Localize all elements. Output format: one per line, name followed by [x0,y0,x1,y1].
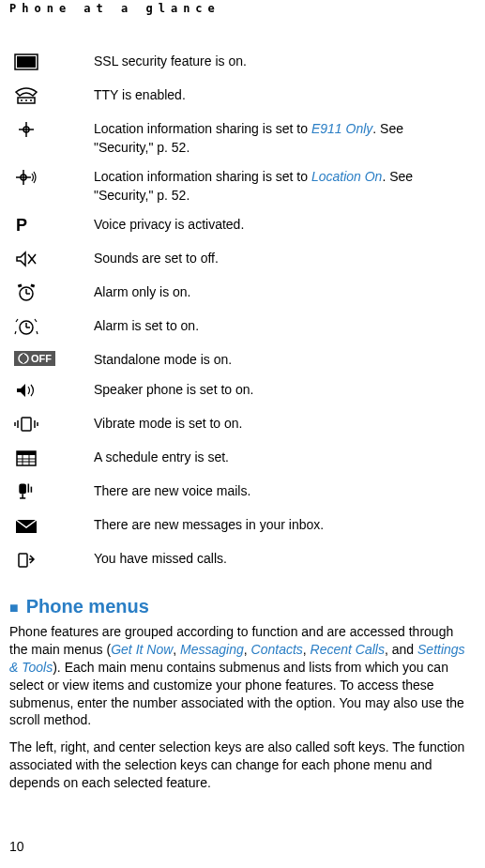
ssl-icon [9,53,94,75]
table-row: There are new messages in your inbox. [9,516,476,539]
icon-description: TTY is enabled. [94,86,476,105]
icon-description: There are new messages in your inbox. [94,516,476,535]
voicemail-icon [9,482,94,505]
recent-calls-link[interactable]: Recent Calls [311,642,385,657]
contacts-link[interactable]: Contacts [251,642,303,657]
icon-description: Location information sharing is set to E… [94,120,476,157]
table-row: Location information sharing is set to E… [9,120,476,157]
desc-text-pre: Location information sharing is set to [94,169,311,184]
icon-description: Voice privacy is activated. [94,216,476,235]
table-row: You have missed calls. [9,550,476,572]
voice-privacy-icon: P [9,216,94,238]
schedule-entry-icon [9,449,94,471]
svg-rect-31 [17,451,36,455]
icon-description: You have missed calls. [94,550,476,569]
messaging-link[interactable]: Messaging [180,642,244,657]
table-row: A schedule entry is set. [9,449,476,471]
section-bullet-icon: ■ [9,600,19,616]
icon-description: SSL security feature is on. [94,53,476,71]
table-row: There are new voice mails. [9,482,476,505]
alarm-only-icon [9,283,94,306]
table-row: Alarm is set to on. [9,317,476,340]
svg-rect-40 [31,487,33,493]
page-header: Phone at a glance [9,0,476,24]
svg-rect-19 [30,284,35,288]
para-text: , [244,642,251,657]
phone-menus-heading: ■Phone menus [9,596,476,617]
table-row: Speaker phone is set to on. [9,381,476,404]
page-number: 10 [9,839,24,854]
off-label: OFF [31,353,52,364]
icon-description: Speaker phone is set to on. [94,381,476,400]
svg-rect-36 [19,484,26,495]
missed-call-icon [9,550,94,572]
tty-icon [9,86,94,109]
location-e911-icon [9,120,94,143]
para-text: , and [385,642,417,657]
location-on-link[interactable]: Location On [311,169,383,184]
alarm-on-icon [9,317,94,340]
new-message-icon [9,516,94,539]
table-row: Sounds are set to off. [9,250,476,272]
icon-description-table: SSL security feature is on. TTY is enabl… [9,53,476,572]
table-row: OFF Standalone mode is on. [9,351,476,370]
location-on-icon [9,168,94,190]
svg-text:P: P [16,216,27,235]
para-text: , [303,642,311,657]
standalone-mode-icon: OFF [9,351,94,368]
svg-point-5 [30,99,32,101]
table-row: Location information sharing is set to L… [9,168,476,205]
svg-rect-42 [19,554,27,567]
icon-description: A schedule entry is set. [94,449,476,467]
table-row: TTY is enabled. [9,86,476,109]
section-title-text: Phone menus [26,596,149,617]
icon-description: Vibrate mode is set to on. [94,415,476,434]
icon-description: Standalone mode is on. [94,351,476,370]
svg-point-3 [21,99,23,101]
table-row: Alarm only is on. [9,283,476,306]
phone-menus-para2: The left, right, and center selection ke… [9,739,476,792]
e911-link[interactable]: E911 Only [311,121,372,136]
table-row: Vibrate mode is set to on. [9,415,476,437]
para-text: , [173,642,180,657]
svg-rect-1 [17,56,36,68]
phone-menus-para1: Phone features are grouped according to … [9,623,476,729]
icon-description: Alarm is set to on. [94,317,476,336]
svg-rect-25 [22,418,31,431]
icon-description: There are new voice mails. [94,482,476,501]
desc-text-pre: Location information sharing is set to [94,121,311,136]
svg-rect-18 [18,284,23,288]
get-it-now-link[interactable]: Get It Now [111,642,173,657]
icon-description: Location information sharing is set to L… [94,168,476,205]
table-row: P Voice privacy is activated. [9,216,476,238]
svg-point-4 [25,99,27,101]
sounds-off-icon [9,250,94,272]
vibrate-mode-icon [9,415,94,437]
speaker-phone-icon [9,381,94,404]
icon-description: Sounds are set to off. [94,250,476,268]
para-text: ). Each main menu contains submenus and … [9,660,464,728]
table-row: SSL security feature is on. [9,53,476,75]
svg-rect-39 [28,484,30,493]
icon-description: Alarm only is on. [94,283,476,302]
